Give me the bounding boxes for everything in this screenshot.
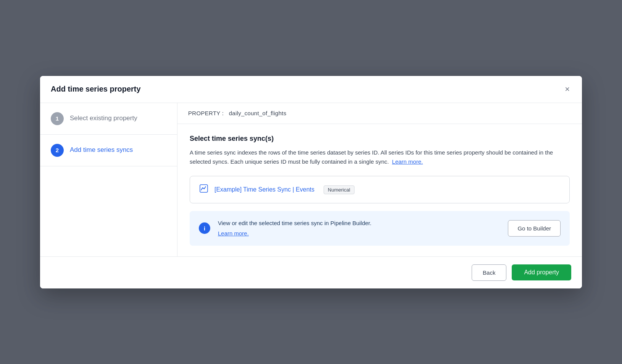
property-value: daily_count_of_flights	[229, 110, 287, 116]
sync-badge: Numerical	[324, 185, 355, 194]
content-area: Select time series sync(s) A time series…	[177, 124, 582, 256]
main-content: PROPERTY : daily_count_of_flights Select…	[177, 103, 582, 256]
info-box: i View or edit the selected time series …	[190, 211, 570, 246]
learn-more-link-info[interactable]: Learn more.	[218, 229, 500, 238]
step-2-circle: 2	[51, 144, 64, 157]
sidebar: 1 Select existing property 2 Add time se…	[40, 103, 177, 256]
back-button[interactable]: Back	[472, 264, 506, 281]
info-icon: i	[199, 222, 210, 234]
step-1-circle: 1	[51, 112, 64, 125]
sync-icon	[199, 184, 208, 195]
learn-more-link-description[interactable]: Learn more.	[392, 158, 423, 165]
sync-card[interactable]: [Example] Time Series Sync | Events Nume…	[190, 176, 570, 203]
step-1-select-property[interactable]: 1 Select existing property	[40, 103, 177, 135]
property-prefix: PROPERTY : daily_count_of_flights	[188, 110, 287, 116]
modal-title: Add time series property	[51, 85, 141, 93]
modal-footer: Back Add property	[40, 256, 582, 288]
step-2-add-syncs[interactable]: 2 Add time series syncs	[40, 135, 177, 166]
modal-dialog: Add time series property × 1 Select exis…	[40, 76, 582, 288]
sync-name: [Example] Time Series Sync | Events	[214, 186, 314, 193]
go-to-builder-button[interactable]: Go to Builder	[508, 220, 561, 237]
modal-body: 1 Select existing property 2 Add time se…	[40, 103, 582, 256]
modal-overlay: Add time series property × 1 Select exis…	[0, 0, 622, 364]
property-bar: PROPERTY : daily_count_of_flights	[177, 103, 582, 124]
section-description: A time series sync indexes the rows of t…	[190, 148, 570, 167]
close-button[interactable]: ×	[563, 84, 571, 95]
modal-header: Add time series property ×	[40, 76, 582, 103]
step-1-label: Select existing property	[70, 114, 137, 122]
info-text: View or edit the selected time series sy…	[218, 219, 500, 238]
step-2-label: Add time series syncs	[70, 146, 133, 154]
section-title: Select time series sync(s)	[190, 135, 570, 143]
add-property-button[interactable]: Add property	[512, 264, 571, 280]
